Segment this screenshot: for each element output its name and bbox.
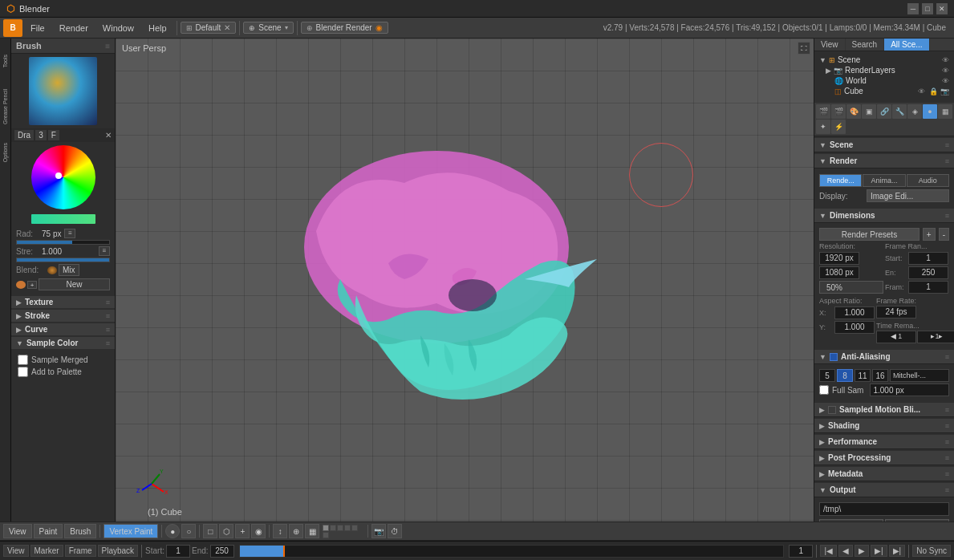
shading-btn[interactable]: □ [203, 524, 217, 538]
render-tab-anim[interactable]: Anima... [863, 174, 905, 187]
output-path-input[interactable] [819, 502, 949, 516]
sample-color-header[interactable]: ▼ Sample Color ≡ [11, 337, 115, 349]
render-section-header[interactable]: ▼ Render ≡ [814, 154, 954, 168]
render-presets-button[interactable]: Render Presets [819, 228, 919, 241]
maximize-button[interactable]: □ [922, 3, 933, 14]
color-wheel[interactable] [31, 145, 95, 209]
str-slider[interactable] [16, 258, 110, 262]
paint-button[interactable]: Paint [34, 524, 63, 538]
engine-badge[interactable]: ⊕ Blender Render ◉ [301, 22, 388, 34]
cube-eye[interactable]: 👁 [918, 87, 925, 95]
menu-file[interactable]: File [24, 22, 51, 34]
mode-solid-btn[interactable]: ● [165, 524, 180, 538]
mode-wire-btn[interactable]: ○ [181, 524, 196, 538]
skip-end-btn[interactable]: ▶| [889, 545, 906, 557]
prop-object-btn[interactable]: ▣ [862, 104, 876, 119]
post-processing-header[interactable]: ▶ Post Processing ≡ [814, 451, 954, 465]
prop-render-btn[interactable]: 🎬 [816, 104, 830, 119]
aa-section-header[interactable]: ▼ Anti-Aliasing ≡ [814, 350, 954, 364]
tool-options[interactable]: Tools [1, 41, 10, 81]
tab-view[interactable]: View [814, 39, 846, 51]
tree-item-world[interactable]: 🌐 World 👁 [816, 75, 952, 86]
minimize-button[interactable]: ─ [907, 3, 919, 14]
scene-eye[interactable]: 👁 [942, 56, 949, 64]
shading-wire-btn[interactable]: ⬡ [219, 524, 233, 538]
prop-scene-btn[interactable]: 🎬 [831, 104, 846, 119]
brush-name[interactable]: Dra [14, 130, 34, 140]
color-picker-dot[interactable] [55, 172, 62, 179]
rad-btn[interactable]: ≡ [64, 229, 75, 238]
prop-physics-btn[interactable]: ⚡ [831, 120, 846, 134]
layers-btn[interactable]: ▦ [305, 524, 319, 538]
stroke-header[interactable]: ▶ Stroke ≡ [11, 310, 115, 322]
add-btn[interactable]: + [27, 281, 37, 289]
fps-input[interactable]: 24 fps [876, 306, 916, 319]
viewport-expand-btn[interactable]: ⛶ [798, 42, 810, 55]
rad-slider[interactable] [16, 240, 110, 245]
prop-texture-btn[interactable]: ▦ [938, 104, 952, 119]
scene-section-header[interactable]: ▼ Scene ≡ [814, 138, 954, 152]
motion-blur-checkbox[interactable] [828, 406, 836, 414]
skip-start-btn[interactable]: |◀ [820, 545, 837, 557]
layer-dot[interactable] [337, 525, 343, 531]
render-presets-del[interactable]: - [939, 228, 949, 241]
aa-num-16[interactable]: 16 [872, 369, 888, 382]
tool-options2[interactable]: Options [1, 132, 10, 172]
cube-render[interactable]: 📷 [940, 87, 949, 95]
overwrite-button[interactable]: Overwrit... [819, 519, 883, 521]
tab-search[interactable]: Search [846, 39, 885, 51]
end-input[interactable]: 250 [908, 266, 948, 279]
panel-menu[interactable]: ≡ [105, 42, 110, 51]
start-frame-input[interactable] [166, 545, 190, 558]
play-btn[interactable]: ▶ [855, 545, 869, 557]
render-presets-add[interactable]: + [923, 228, 936, 241]
prop-constraints-btn[interactable]: 🔗 [877, 104, 891, 119]
pivot-btn[interactable]: ⊕ [289, 524, 303, 538]
brush-settings-btn[interactable]: ✕ [105, 131, 112, 140]
aa-num-8[interactable]: 8 [837, 369, 853, 382]
close-button[interactable]: ✕ [936, 3, 948, 14]
transform-btn[interactable]: ↕ [273, 524, 287, 538]
vertex-paint-button[interactable]: Vertex Paint [104, 524, 158, 538]
no-sync-btn[interactable]: No Sync [912, 545, 951, 557]
time-val-1[interactable]: ◀ 1 [876, 331, 916, 343]
brush-button[interactable]: Brush [64, 524, 96, 538]
sample-merged-checkbox[interactable] [18, 355, 28, 365]
layer-dot[interactable] [344, 525, 351, 531]
workspace-badge[interactable]: ⊞ Default ✕ [181, 22, 237, 34]
new-brush-button[interactable]: New [39, 278, 110, 290]
next-frame-btn[interactable]: ▶| [871, 545, 887, 557]
view-button[interactable]: View [3, 524, 32, 538]
time-val-2[interactable]: ▸1▸ [917, 331, 954, 343]
curve-header[interactable]: ▶ Curve ≡ [11, 323, 115, 335]
output-header[interactable]: ▼ Output ≡ [814, 483, 954, 497]
tab-all-scenes[interactable]: All Sce... [884, 39, 929, 51]
aa-checkbox[interactable] [830, 353, 838, 361]
layer-dot[interactable] [330, 525, 336, 531]
timeline-view-btn[interactable]: View [3, 545, 29, 557]
world-eye[interactable]: 👁 [942, 77, 949, 85]
dimensions-section-header[interactable]: ▼ Dimensions ≡ [814, 209, 954, 223]
prop-modifier-btn[interactable]: 🔧 [892, 104, 907, 119]
layer-dot[interactable] [323, 532, 329, 538]
render-tab-render[interactable]: Rende... [819, 174, 862, 187]
prop-data-btn[interactable]: ◈ [907, 104, 922, 119]
shading-header[interactable]: ▶ Shading ≡ [814, 419, 954, 433]
performance-header[interactable]: ▶ Performance ≡ [814, 435, 954, 449]
res-y-input[interactable]: 1080 px [819, 266, 859, 279]
aa-num-11[interactable]: 11 [855, 369, 871, 382]
overlay-btn[interactable]: ◉ [251, 524, 266, 538]
prop-world-btn[interactable]: 🎨 [846, 104, 861, 119]
prop-material-btn[interactable]: ● [923, 104, 937, 119]
metadata-header[interactable]: ▶ Metadata ≡ [814, 467, 954, 481]
file-ext-button[interactable]: File Exte... [885, 519, 949, 521]
timeline-btn[interactable]: ⏱ [388, 524, 402, 538]
timeline-bar[interactable] [239, 545, 785, 558]
tree-item-cube[interactable]: ◫ Cube 👁 🔒 📷 [816, 86, 952, 96]
renderlayers-eye[interactable]: 👁 [942, 67, 949, 75]
scene-badge[interactable]: ⊕ Scene ▾ [243, 22, 293, 34]
aspect-y-input[interactable]: 1.000 [834, 321, 875, 334]
snap-btn[interactable]: + [235, 524, 250, 538]
full-sample-val[interactable]: 1.000 px [870, 383, 949, 396]
motion-blur-header[interactable]: ▶ Sampled Motion Bli... ≡ [814, 403, 954, 417]
